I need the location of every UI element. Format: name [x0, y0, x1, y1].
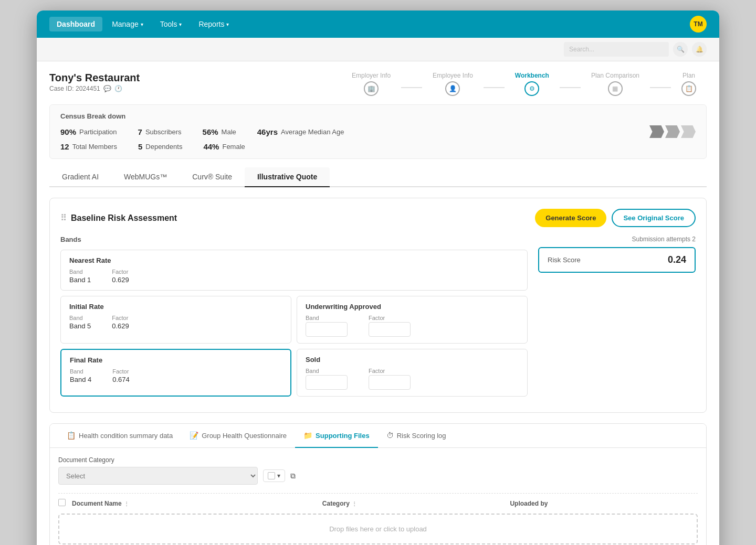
risk-card-header: ⠿ Baseline Risk Assessment Generate Scor…	[60, 209, 696, 227]
doc-category-label: Document Category	[58, 456, 698, 464]
workbench-tabs: Gradient AI WebMUGs™ Curv® Suite Illustr…	[49, 167, 707, 187]
step-connector-3	[560, 87, 581, 88]
case-title: Tony's Restaurant	[49, 72, 140, 84]
doc-tab-health-condition[interactable]: 📋 Health condition summary data	[58, 424, 181, 448]
history-icon[interactable]: 🕐	[114, 85, 122, 92]
final-rate-band: Band Band 4	[70, 368, 91, 383]
comment-icon[interactable]: 💬	[103, 85, 111, 92]
doc-tab-ghq[interactable]: 📝 Group Health Questionnaire	[181, 424, 295, 448]
final-rate-factor: Factor 0.674	[112, 368, 130, 383]
nav-reports[interactable]: Reports ▾	[191, 17, 236, 31]
initial-rate-factor: Factor 0.629	[112, 315, 129, 330]
sold-band-input[interactable]	[306, 375, 348, 390]
step-connector-2	[484, 87, 505, 88]
bottom-section: 📋 Health condition summary data 📝 Group …	[49, 423, 707, 545]
tab-webmugs[interactable]: WebMUGs™	[111, 167, 180, 187]
notification-icon[interactable]: 🔔	[692, 42, 707, 57]
generate-score-button[interactable]: Generate Score	[535, 209, 606, 227]
ghq-icon: 📝	[190, 431, 198, 440]
submission-attempts: Submission attempts 2	[538, 236, 696, 243]
supporting-files-icon: 📁	[303, 431, 312, 440]
step-workbench[interactable]: Workbench ⚙	[505, 72, 560, 96]
risk-card-title-row: ⠿ Baseline Risk Assessment	[60, 213, 177, 223]
doc-controls-row: Select ▾ ⧉	[58, 467, 698, 485]
drag-handle-icon[interactable]: ⠿	[60, 213, 67, 223]
doc-tab-risk-scoring[interactable]: ⏱ Risk Scoring log	[378, 424, 455, 448]
arrow-badges	[649, 125, 696, 138]
census-dependents: 5 Dependents	[138, 142, 182, 151]
bands-left: Bands Nearest Rate Band Band 1 Factor 0.…	[60, 236, 528, 402]
nearest-rate-factor: Factor 0.629	[112, 269, 129, 284]
browser-window: Dashboard Manage ▾ Tools ▾ Reports ▾ TM …	[37, 10, 719, 545]
step-connector-1	[401, 87, 422, 88]
sold-factor-input[interactable]	[369, 375, 411, 390]
doc-category-select[interactable]: Select	[58, 467, 258, 485]
underwriting-factor-input[interactable]	[369, 322, 411, 337]
underwriting-factor-group: Factor	[369, 315, 411, 337]
risk-card-title-text: Baseline Risk Assessment	[71, 213, 177, 223]
census-male: 56% Male	[203, 127, 236, 136]
header-checkbox-col	[58, 499, 68, 508]
underwriting-title: Underwriting Approved	[306, 303, 519, 311]
bands-title: Bands	[60, 236, 528, 243]
case-id: Case ID: 2024451 💬 🕐	[49, 85, 140, 92]
risk-score-box: Risk Score 0.24	[538, 247, 696, 273]
census-section: Census Break down 90% Participation 7 Su…	[49, 104, 707, 159]
nearest-rate-title: Nearest Rate	[69, 257, 519, 264]
underwriting-band-input[interactable]	[306, 322, 348, 337]
nav-tools[interactable]: Tools ▾	[153, 17, 190, 31]
search-bar-area: Search... 🔍 🔔	[37, 38, 719, 61]
tab-illustrative-quote[interactable]: Illustrative Quote	[245, 167, 330, 187]
health-condition-icon: 📋	[67, 431, 76, 440]
nav-right-actions: TM	[690, 16, 707, 33]
initial-rate-title: Initial Rate	[69, 303, 282, 311]
manage-chevron: ▾	[141, 22, 143, 27]
case-info: Tony's Restaurant Case ID: 2024451 💬 🕐	[49, 72, 140, 92]
doc-tabs-row: 📋 Health condition summary data 📝 Group …	[50, 424, 706, 448]
tab-curv-suite[interactable]: Curv® Suite	[180, 167, 245, 187]
doc-checkbox	[268, 472, 275, 479]
band-card-sold: Sold Band Factor	[297, 349, 528, 397]
census-participation: 90% Participation	[60, 127, 117, 136]
doc-filter-icon[interactable]: ⧉	[290, 472, 296, 480]
band-card-final-rate: Final Rate Band Band 4 Factor 0.674	[60, 349, 291, 397]
final-rate-row: Band Band 4 Factor 0.674	[70, 368, 282, 383]
band-card-nearest-rate: Nearest Rate Band Band 1 Factor 0.629	[60, 250, 528, 291]
search-input[interactable]: Search...	[564, 42, 669, 57]
category-sort-icon[interactable]: ⋮	[352, 501, 357, 507]
step-employer-info[interactable]: Employer Info 🏢	[341, 72, 401, 96]
census-female: 44% Female	[203, 142, 245, 151]
tools-chevron: ▾	[179, 22, 182, 27]
step-connector-4	[650, 87, 671, 88]
doc-name-sort-icon[interactable]: ⋮	[124, 501, 129, 507]
case-header: Tony's Restaurant Case ID: 2024451 💬 🕐 E…	[49, 72, 707, 96]
bands-container: Bands Nearest Rate Band Band 1 Factor 0.…	[60, 236, 696, 402]
initial-rate-row: Band Band 5 Factor 0.629	[69, 315, 282, 330]
sold-title: Sold	[306, 356, 519, 364]
step-employee-icon: 👤	[445, 81, 460, 96]
user-avatar[interactable]: TM	[690, 16, 707, 33]
doc-checkbox-chevron: ▾	[277, 472, 280, 479]
doc-content: Document Category Select ▾ ⧉	[50, 448, 706, 545]
underwriting-inputs: Band Factor	[306, 315, 519, 337]
doc-tab-supporting-files[interactable]: 📁 Supporting Files	[295, 424, 378, 448]
risk-score-label: Risk Score	[548, 256, 581, 264]
sold-factor-group: Factor	[369, 368, 411, 390]
nav-dashboard[interactable]: Dashboard	[49, 17, 102, 31]
doc-table-header: Document Name ⋮ Category ⋮ Uploaded by	[58, 493, 698, 508]
tab-gradient-ai[interactable]: Gradient AI	[49, 167, 111, 187]
col-header-uploaded-by: Uploaded by	[510, 499, 698, 508]
see-original-score-button[interactable]: See Original Score	[612, 209, 696, 227]
nav-manage[interactable]: Manage ▾	[104, 17, 151, 31]
sold-inputs: Band Factor	[306, 368, 519, 390]
step-plan-comparison[interactable]: Plan Comparison ▦	[581, 72, 650, 96]
risk-assessment-card: ⠿ Baseline Risk Assessment Generate Scor…	[49, 198, 707, 413]
upload-zone[interactable]: Drop files here or click to upload	[58, 514, 698, 544]
step-employer-icon: 🏢	[364, 81, 379, 96]
step-plan[interactable]: Plan 📋	[671, 72, 707, 96]
census-title: Census Break down	[60, 112, 696, 120]
step-employee-info[interactable]: Employee Info 👤	[422, 72, 484, 96]
reports-chevron: ▾	[226, 22, 229, 27]
arrow-badge-2	[665, 125, 680, 138]
doc-checkbox-button[interactable]: ▾	[263, 469, 285, 482]
